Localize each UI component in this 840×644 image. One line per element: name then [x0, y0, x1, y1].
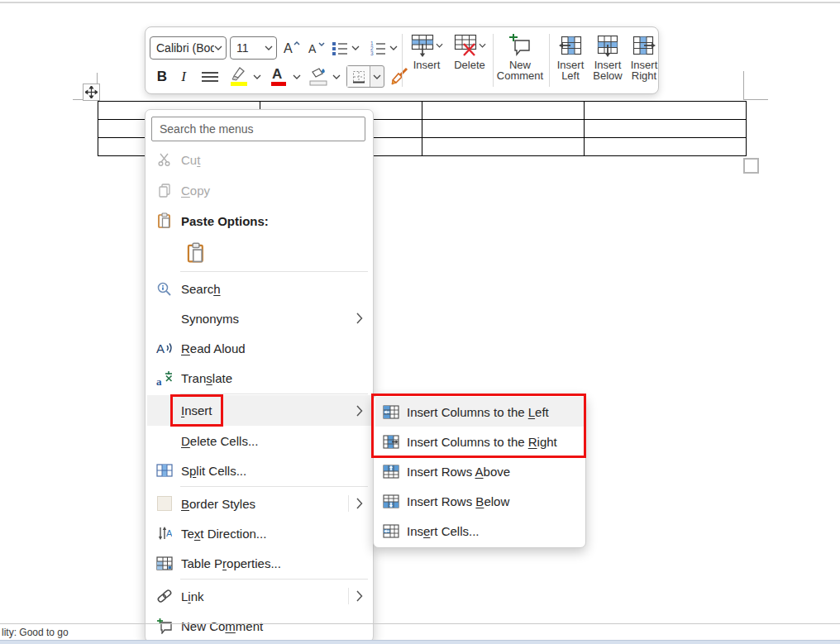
insert-column-left-icon — [559, 34, 582, 57]
menu-separator — [180, 579, 368, 580]
insert-submenu: Insert Columns to the Left Insert Column… — [373, 394, 586, 548]
insert-table-icon — [411, 34, 434, 57]
delete-table-icon — [454, 34, 477, 57]
bold-button[interactable]: B — [154, 65, 170, 88]
text-direction-icon: A — [147, 526, 181, 541]
svg-text:3: 3 — [370, 50, 374, 55]
chevron-right-icon — [356, 405, 363, 417]
highlight-dropdown[interactable] — [251, 69, 263, 85]
table-cell[interactable] — [422, 138, 585, 156]
numbering-button[interactable]: 123 — [369, 37, 399, 59]
font-size-combo[interactable]: 11 — [230, 36, 277, 60]
chevron-down-icon — [214, 45, 222, 50]
menu-item-search[interactable]: Search — [147, 274, 371, 303]
submenu-divider — [348, 495, 349, 512]
chevron-right-icon — [356, 312, 363, 324]
submenu-item-insert-rows-below[interactable]: Insert Rows Below — [375, 486, 584, 516]
delete-table-label: Delete — [454, 60, 485, 70]
table-cell[interactable] — [585, 120, 747, 138]
bullets-button[interactable] — [331, 37, 360, 59]
shading-dropdown[interactable] — [331, 69, 342, 85]
submenu-item-insert-columns-left[interactable]: Insert Columns to the Left — [375, 397, 584, 427]
font-color-button[interactable]: A — [268, 64, 289, 88]
new-comment-icon — [147, 618, 181, 634]
insert-table-label: Insert — [413, 60, 441, 70]
font-color-dropdown[interactable] — [291, 69, 303, 85]
chevron-down-icon — [351, 45, 360, 50]
chevron-right-icon — [356, 590, 363, 602]
toolbar-divider — [549, 34, 550, 87]
paste-keep-formatting-button[interactable] — [185, 241, 207, 265]
svg-text:a: a — [156, 375, 162, 386]
font-name-combo[interactable]: Calibri (Bod — [150, 36, 227, 60]
menu-separator — [180, 271, 368, 272]
menu-item-new-comment[interactable]: New Comment — [147, 611, 371, 641]
insert-right-label: Insert Right — [631, 60, 658, 81]
font-size-value: 11 — [236, 41, 249, 55]
menu-item-link[interactable]: Link — [147, 581, 371, 611]
delete-table-button[interactable]: Delete — [450, 34, 489, 70]
table-cell[interactable] — [422, 102, 585, 120]
borders-button[interactable] — [347, 66, 370, 87]
svg-text:A: A — [308, 42, 317, 55]
table-cell[interactable] — [585, 102, 747, 120]
menu-item-insert[interactable]: Insert — [147, 395, 371, 426]
toolbar-divider — [493, 34, 494, 87]
table-cell[interactable] — [422, 120, 585, 138]
status-bar-border — [0, 623, 840, 624]
translate-icon: a — [147, 370, 181, 386]
scissors-icon — [147, 152, 181, 167]
menu-item-translate[interactable]: a Translate — [147, 363, 371, 393]
shrink-font-button[interactable]: A — [306, 37, 327, 59]
move-handle-icon — [85, 86, 98, 98]
ribbon-bottom-edge — [0, 2, 840, 3]
borders-dropdown[interactable] — [370, 66, 384, 87]
svg-text:A: A — [156, 341, 165, 355]
right-margin-mark-vertical — [743, 71, 744, 99]
svg-text:A: A — [272, 66, 282, 82]
insert-rows-below-icon — [375, 494, 407, 508]
submenu-item-insert-rows-above[interactable]: Insert Rows Above — [375, 456, 584, 486]
menu-item-delete-cells[interactable]: Delete Cells... — [147, 426, 371, 456]
svg-text:A: A — [166, 528, 172, 538]
insert-left-button[interactable]: Insert Left — [553, 34, 588, 81]
chevron-down-icon — [265, 45, 273, 50]
search-input[interactable] — [151, 117, 365, 141]
justify-button[interactable] — [198, 65, 222, 88]
menu-item-synonyms[interactable]: Synonyms — [147, 303, 371, 333]
menu-item-paste-options: Paste Options: — [147, 206, 371, 236]
menu-item-read-aloud[interactable]: A Read Aloud — [147, 333, 371, 363]
submenu-item-insert-columns-right[interactable]: Insert Columns to the Right — [375, 427, 584, 456]
numbering-icon: 123 — [370, 41, 386, 55]
table-move-handle[interactable] — [83, 83, 100, 101]
insert-left-label: Insert Left — [557, 60, 585, 81]
menu-item-table-properties[interactable]: Table Properties... — [147, 548, 371, 578]
menu-item-border-styles[interactable]: Border Styles — [147, 489, 371, 518]
insert-below-button[interactable]: Insert Below — [589, 34, 626, 81]
menu-item-split-cells[interactable]: Split Cells... — [147, 456, 371, 485]
link-icon — [147, 588, 181, 604]
table-resize-handle[interactable] — [743, 158, 759, 174]
submenu-item-insert-cells[interactable]: Insert Cells... — [375, 516, 584, 546]
insert-rows-above-icon — [375, 465, 407, 479]
read-aloud-icon: A — [147, 341, 181, 355]
right-margin-mark — [743, 99, 768, 100]
new-comment-button[interactable]: New Comment — [496, 34, 544, 81]
word-app-canvas: Calibri (Bod 11 A A 123 — [0, 0, 840, 644]
italic-button[interactable]: I — [177, 65, 190, 88]
chevron-right-icon — [356, 498, 363, 509]
new-comment-icon — [508, 34, 532, 57]
chevron-down-icon — [436, 43, 443, 48]
menu-item-copy[interactable]: Copy — [147, 175, 371, 205]
insert-table-button[interactable]: Insert — [407, 34, 446, 70]
border-styles-icon — [147, 496, 181, 511]
menu-item-text-direction[interactable]: A Text Direction... — [147, 518, 371, 548]
highlight-button[interactable] — [228, 64, 250, 88]
grow-font-button[interactable]: A — [281, 37, 303, 59]
insert-right-button[interactable]: Insert Right — [628, 34, 661, 81]
shading-button[interactable] — [308, 64, 329, 88]
menu-item-cut[interactable]: Cut — [147, 145, 371, 174]
status-bar-text: lity: Good to go — [2, 627, 69, 638]
window-bottom-edge — [0, 640, 840, 644]
table-cell[interactable] — [585, 138, 747, 156]
